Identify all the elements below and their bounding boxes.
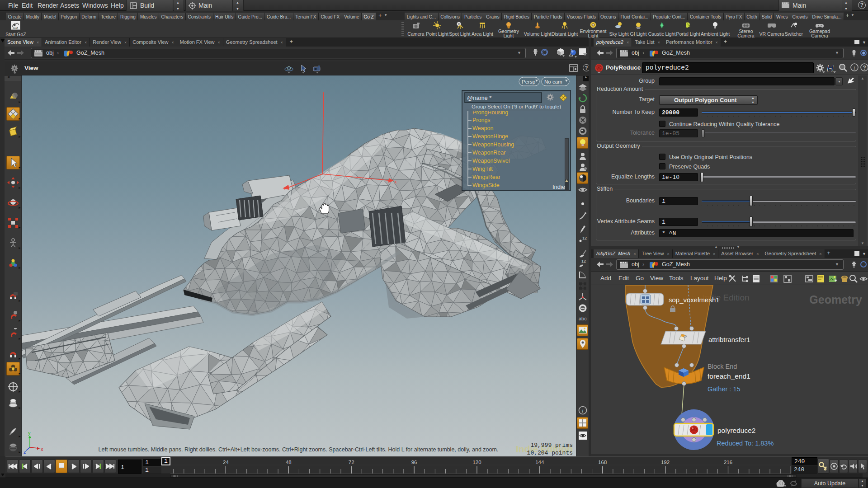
svg-text:sop_voxelmesh1: sop_voxelmesh1 xyxy=(669,296,720,304)
svg-text:WingTilt: WingTilt xyxy=(472,166,493,172)
svg-text:96: 96 xyxy=(411,460,417,465)
svg-text:Geometry: Geometry xyxy=(809,293,862,306)
svg-text:GoZ: GoZ xyxy=(13,27,18,29)
svg-text:168: 168 xyxy=(598,460,607,465)
svg-text:Block End: Block End xyxy=(708,363,737,370)
svg-text:144: 144 xyxy=(535,460,544,465)
svg-text:48: 48 xyxy=(286,460,292,465)
svg-text:12: 12 xyxy=(582,236,587,240)
svg-text:@name *: @name * xyxy=(467,94,491,101)
svg-text:Prongs: Prongs xyxy=(472,117,491,123)
svg-text:i: i xyxy=(854,65,855,71)
svg-text:x: x xyxy=(394,179,397,184)
svg-text:WeaponRear: WeaponRear xyxy=(472,150,505,156)
svg-text:WingsSide: WingsSide xyxy=(472,182,500,188)
svg-text:72: 72 xyxy=(349,460,354,465)
svg-text:WeaponSwivel: WeaponSwivel xyxy=(472,158,509,164)
svg-text:10,204 points: 10,204 points xyxy=(527,450,573,456)
svg-text:Left mouse tumbles. Middle pan: Left mouse tumbles. Middle pans. Right d… xyxy=(99,446,499,453)
svg-text:abc: abc xyxy=(579,316,587,321)
svg-text:foreach_end1: foreach_end1 xyxy=(708,372,750,380)
svg-text:192: 192 xyxy=(661,460,670,465)
svg-text:No cam: No cam xyxy=(544,79,562,84)
svg-text:24: 24 xyxy=(223,460,229,465)
svg-text:WingsRear: WingsRear xyxy=(472,174,500,180)
svg-text:Indie: Indie xyxy=(552,183,565,190)
svg-text:y: y xyxy=(28,430,31,436)
svg-text:?: ? xyxy=(863,65,866,71)
svg-text:polyreduce2: polyreduce2 xyxy=(717,427,755,434)
svg-text:WeaponHousing: WeaponHousing xyxy=(472,141,514,148)
svg-text:Group Select On ('9 or Pad9' t: Group Select On ('9 or Pad9' to toggle) xyxy=(472,104,561,109)
svg-text:Weapon: Weapon xyxy=(472,125,493,131)
svg-text:19,999 prims: 19,999 prims xyxy=(530,442,573,449)
svg-text:216: 216 xyxy=(724,460,732,465)
svg-text:attribtransfer1: attribtransfer1 xyxy=(708,336,750,343)
svg-text:z: z xyxy=(24,449,26,455)
svg-text:12: 12 xyxy=(581,259,586,263)
svg-text:Reduced To: 1.83%: Reduced To: 1.83% xyxy=(717,440,774,447)
svg-text:Gather : 15: Gather : 15 xyxy=(708,385,741,393)
svg-text:WeaponHinge: WeaponHinge xyxy=(472,133,508,140)
svg-text:H: H xyxy=(827,64,834,73)
svg-text:i: i xyxy=(582,408,583,414)
svg-text:x: x xyxy=(41,446,43,452)
svg-text:Persp: Persp xyxy=(522,79,535,84)
svg-text:120: 120 xyxy=(472,460,481,465)
